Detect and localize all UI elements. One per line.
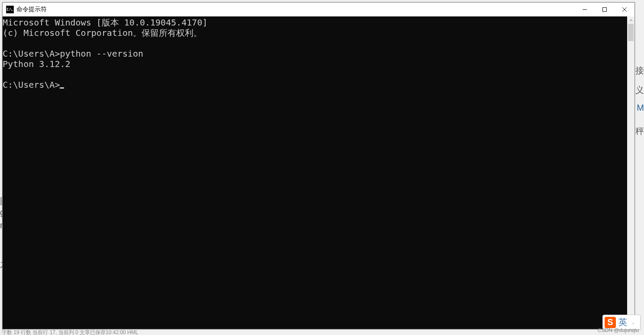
minimize-icon xyxy=(582,7,587,12)
minimize-button[interactable] xyxy=(575,3,595,16)
chevron-up-icon xyxy=(629,19,633,22)
terminal-cursor xyxy=(60,87,64,89)
maximize-button[interactable] xyxy=(595,3,615,16)
editor-status-bar: 字数 19 行数 当前行 17, 当前列 0 文章已保存10:42:00 HML xyxy=(0,329,644,335)
command-prompt-window: C:\. 命令提示符 Microsoft Windows [版本 10.0.19… xyxy=(2,2,635,329)
ime-mode-label: 英 xyxy=(618,316,627,328)
ime-sub-label: ， xyxy=(631,319,636,326)
window-title: 命令提示符 xyxy=(16,6,47,13)
cmd-app-icon: C:\. xyxy=(6,6,14,13)
bg-char: 义 xyxy=(635,84,644,96)
svg-rect-1 xyxy=(603,8,607,12)
scroll-up-button[interactable] xyxy=(627,16,634,24)
maximize-icon xyxy=(602,7,607,12)
vertical-scrollbar[interactable] xyxy=(627,16,634,329)
sogou-logo-icon: S xyxy=(605,317,616,328)
bg-char: 接 xyxy=(635,65,644,77)
bg-char: 秤 xyxy=(635,125,644,137)
terminal-output[interactable]: Microsoft Windows [版本 10.0.19045.4170] (… xyxy=(3,16,627,329)
bg-char: M xyxy=(637,103,644,113)
csdn-watermark: CSDN @dujunqiu xyxy=(598,327,639,333)
titlebar[interactable]: C:\. 命令提示符 xyxy=(3,3,634,16)
scroll-track[interactable] xyxy=(627,24,634,322)
close-button[interactable] xyxy=(615,3,634,16)
scroll-thumb[interactable] xyxy=(628,24,634,41)
close-icon xyxy=(622,7,627,12)
